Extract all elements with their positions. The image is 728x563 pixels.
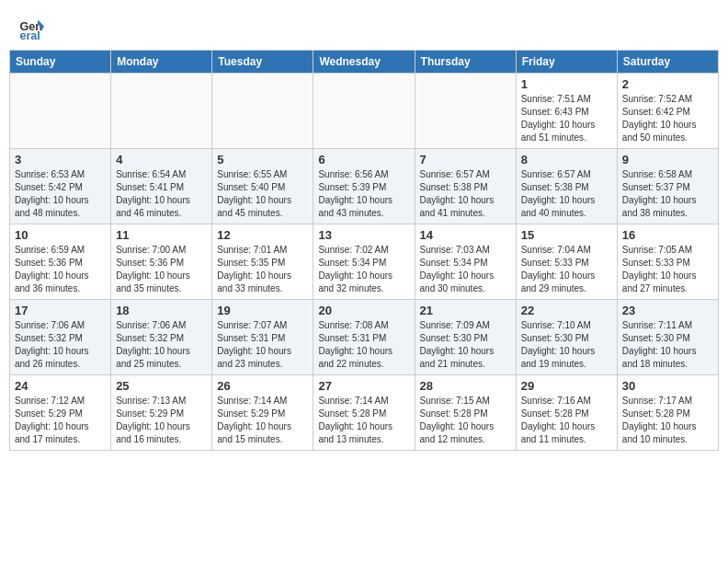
calendar-day-cell: 29Sunrise: 7:16 AM Sunset: 5:28 PM Dayli… [516, 375, 617, 451]
day-info: Sunrise: 6:56 AM Sunset: 5:39 PM Dayligh… [318, 168, 409, 220]
day-of-week-header: Tuesday [212, 51, 313, 74]
calendar-day-cell: 14Sunrise: 7:03 AM Sunset: 5:34 PM Dayli… [415, 224, 516, 300]
calendar-day-cell: 30Sunrise: 7:17 AM Sunset: 5:28 PM Dayli… [617, 375, 718, 451]
day-number: 25 [116, 379, 207, 393]
calendar-day-cell [10, 74, 111, 149]
day-number: 5 [217, 153, 308, 167]
day-number: 2 [622, 77, 713, 91]
day-info: Sunrise: 7:16 AM Sunset: 5:28 PM Dayligh… [521, 395, 612, 446]
calendar-day-cell: 20Sunrise: 7:08 AM Sunset: 5:31 PM Dayli… [313, 300, 415, 375]
day-info: Sunrise: 7:52 AM Sunset: 6:42 PM Dayligh… [622, 93, 713, 144]
day-info: Sunrise: 7:02 AM Sunset: 5:34 PM Dayligh… [318, 244, 409, 295]
day-info: Sunrise: 6:53 AM Sunset: 5:42 PM Dayligh… [15, 168, 106, 220]
day-of-week-header: Thursday [415, 51, 516, 74]
logo-icon: Gen eral [18, 17, 44, 42]
day-info: Sunrise: 6:57 AM Sunset: 5:38 PM Dayligh… [521, 168, 612, 220]
calendar-day-cell: 2Sunrise: 7:52 AM Sunset: 6:42 PM Daylig… [617, 74, 718, 149]
day-info: Sunrise: 6:59 AM Sunset: 5:36 PM Dayligh… [15, 244, 106, 295]
calendar-day-cell: 19Sunrise: 7:07 AM Sunset: 5:31 PM Dayli… [212, 300, 313, 375]
day-number: 20 [318, 304, 409, 317]
day-number: 23 [622, 304, 713, 317]
day-number: 12 [217, 228, 308, 242]
calendar-day-cell: 21Sunrise: 7:09 AM Sunset: 5:30 PM Dayli… [415, 300, 516, 375]
day-info: Sunrise: 6:55 AM Sunset: 5:40 PM Dayligh… [217, 168, 308, 220]
day-number: 26 [217, 379, 308, 393]
day-info: Sunrise: 7:10 AM Sunset: 5:30 PM Dayligh… [521, 319, 612, 371]
calendar-day-cell [415, 74, 516, 149]
day-number: 24 [15, 379, 106, 393]
day-number: 28 [420, 379, 511, 393]
calendar-day-cell: 4Sunrise: 6:54 AM Sunset: 5:41 PM Daylig… [111, 149, 212, 224]
day-info: Sunrise: 7:06 AM Sunset: 5:32 PM Dayligh… [116, 319, 207, 371]
calendar-day-cell: 18Sunrise: 7:06 AM Sunset: 5:32 PM Dayli… [111, 300, 212, 375]
day-info: Sunrise: 7:11 AM Sunset: 5:30 PM Dayligh… [622, 319, 713, 371]
day-number: 14 [420, 228, 511, 242]
day-info: Sunrise: 7:12 AM Sunset: 5:29 PM Dayligh… [15, 395, 106, 446]
day-number: 30 [622, 379, 713, 393]
calendar-day-cell: 5Sunrise: 6:55 AM Sunset: 5:40 PM Daylig… [212, 149, 313, 224]
calendar-day-cell: 12Sunrise: 7:01 AM Sunset: 5:35 PM Dayli… [212, 224, 313, 300]
day-number: 27 [318, 379, 409, 393]
day-info: Sunrise: 6:54 AM Sunset: 5:41 PM Dayligh… [116, 168, 207, 220]
day-info: Sunrise: 7:13 AM Sunset: 5:29 PM Dayligh… [116, 395, 207, 446]
day-number: 18 [116, 304, 207, 317]
day-info: Sunrise: 7:09 AM Sunset: 5:30 PM Dayligh… [420, 319, 511, 371]
day-of-week-header: Monday [111, 51, 212, 74]
calendar-day-cell: 24Sunrise: 7:12 AM Sunset: 5:29 PM Dayli… [10, 375, 111, 451]
day-number: 7 [420, 153, 511, 167]
day-number: 8 [521, 153, 612, 167]
calendar-day-cell: 27Sunrise: 7:14 AM Sunset: 5:28 PM Dayli… [313, 375, 415, 451]
calendar-day-cell: 26Sunrise: 7:14 AM Sunset: 5:29 PM Dayli… [212, 375, 313, 451]
day-number: 19 [217, 304, 308, 317]
day-number: 9 [622, 153, 713, 167]
day-info: Sunrise: 7:08 AM Sunset: 5:31 PM Dayligh… [318, 319, 409, 371]
calendar-week-row: 1Sunrise: 7:51 AM Sunset: 6:43 PM Daylig… [10, 74, 719, 149]
day-number: 4 [116, 153, 207, 167]
day-number: 6 [318, 153, 409, 167]
day-number: 21 [420, 304, 511, 317]
day-info: Sunrise: 7:15 AM Sunset: 5:28 PM Dayligh… [420, 395, 511, 446]
day-of-week-header: Saturday [617, 51, 718, 74]
calendar-day-cell: 25Sunrise: 7:13 AM Sunset: 5:29 PM Dayli… [111, 375, 212, 451]
day-info: Sunrise: 7:05 AM Sunset: 5:33 PM Dayligh… [622, 244, 713, 295]
calendar-day-cell: 6Sunrise: 6:56 AM Sunset: 5:39 PM Daylig… [313, 149, 415, 224]
day-info: Sunrise: 7:17 AM Sunset: 5:28 PM Dayligh… [622, 395, 713, 446]
day-number: 13 [318, 228, 409, 242]
day-info: Sunrise: 7:51 AM Sunset: 6:43 PM Dayligh… [521, 93, 612, 144]
calendar-day-cell: 10Sunrise: 6:59 AM Sunset: 5:36 PM Dayli… [10, 224, 111, 300]
calendar-day-cell: 28Sunrise: 7:15 AM Sunset: 5:28 PM Dayli… [415, 375, 516, 451]
day-number: 11 [116, 228, 207, 242]
day-number: 16 [622, 228, 713, 242]
calendar-day-cell: 9Sunrise: 6:58 AM Sunset: 5:37 PM Daylig… [617, 149, 718, 224]
calendar-day-cell: 22Sunrise: 7:10 AM Sunset: 5:30 PM Dayli… [516, 300, 617, 375]
day-number: 29 [521, 379, 612, 393]
day-of-week-header: Friday [516, 51, 617, 74]
calendar-day-cell [212, 74, 313, 149]
day-of-week-header: Sunday [10, 51, 111, 74]
day-info: Sunrise: 7:04 AM Sunset: 5:33 PM Dayligh… [521, 244, 612, 295]
logo: Gen eral [18, 17, 48, 42]
calendar-day-cell: 23Sunrise: 7:11 AM Sunset: 5:30 PM Dayli… [617, 300, 718, 375]
calendar-day-cell: 15Sunrise: 7:04 AM Sunset: 5:33 PM Dayli… [516, 224, 617, 300]
page-header: Gen eral [9, 9, 719, 46]
calendar-week-row: 3Sunrise: 6:53 AM Sunset: 5:42 PM Daylig… [10, 149, 719, 224]
day-info: Sunrise: 7:00 AM Sunset: 5:36 PM Dayligh… [116, 244, 207, 295]
calendar-day-cell: 17Sunrise: 7:06 AM Sunset: 5:32 PM Dayli… [10, 300, 111, 375]
day-info: Sunrise: 6:57 AM Sunset: 5:38 PM Dayligh… [420, 168, 511, 220]
calendar-day-cell [111, 74, 212, 149]
calendar-table: SundayMondayTuesdayWednesdayThursdayFrid… [9, 50, 719, 451]
day-number: 17 [15, 304, 106, 317]
calendar-day-cell: 8Sunrise: 6:57 AM Sunset: 5:38 PM Daylig… [516, 149, 617, 224]
calendar-day-cell: 11Sunrise: 7:00 AM Sunset: 5:36 PM Dayli… [111, 224, 212, 300]
calendar-day-cell: 1Sunrise: 7:51 AM Sunset: 6:43 PM Daylig… [516, 74, 617, 149]
calendar-week-row: 10Sunrise: 6:59 AM Sunset: 5:36 PM Dayli… [10, 224, 719, 300]
calendar-day-cell: 7Sunrise: 6:57 AM Sunset: 5:38 PM Daylig… [415, 149, 516, 224]
calendar-week-row: 17Sunrise: 7:06 AM Sunset: 5:32 PM Dayli… [10, 300, 719, 375]
day-number: 1 [521, 77, 612, 91]
day-number: 10 [15, 228, 106, 242]
day-info: Sunrise: 7:01 AM Sunset: 5:35 PM Dayligh… [217, 244, 308, 295]
day-number: 22 [521, 304, 612, 317]
calendar-day-cell: 13Sunrise: 7:02 AM Sunset: 5:34 PM Dayli… [313, 224, 415, 300]
day-info: Sunrise: 7:03 AM Sunset: 5:34 PM Dayligh… [420, 244, 511, 295]
day-info: Sunrise: 7:07 AM Sunset: 5:31 PM Dayligh… [217, 319, 308, 371]
